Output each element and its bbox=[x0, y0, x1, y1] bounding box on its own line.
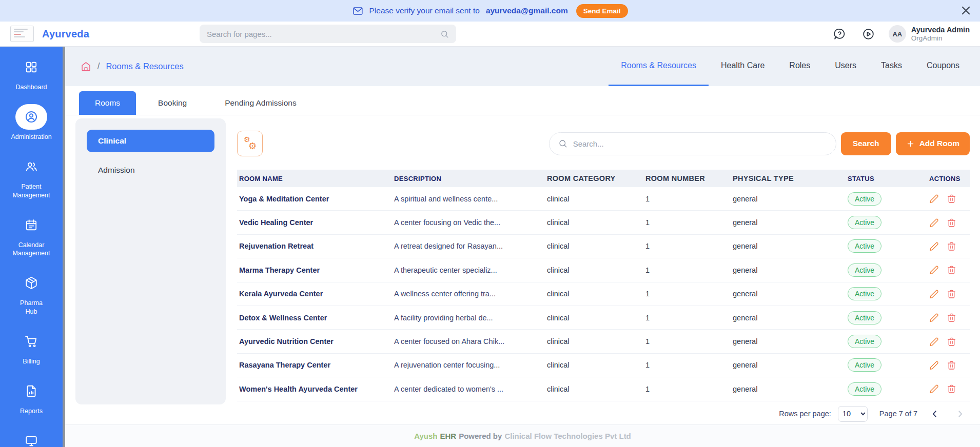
physical-type: general bbox=[733, 361, 848, 369]
subtab-pending-admissions[interactable]: Pending Admissions bbox=[209, 91, 312, 115]
room-number: 1 bbox=[645, 195, 733, 203]
status-badge: Active bbox=[848, 382, 881, 396]
sidebar-item-calendar-management[interactable]: Calendar Management bbox=[3, 212, 60, 258]
delete-button[interactable] bbox=[947, 265, 956, 275]
trash-icon bbox=[947, 241, 956, 251]
edit-button[interactable] bbox=[929, 337, 939, 347]
tab-roles[interactable]: Roles bbox=[777, 46, 822, 86]
tab-rooms-resources[interactable]: Rooms & Resources bbox=[609, 46, 709, 86]
edit-button[interactable] bbox=[929, 194, 939, 204]
rows-per-page-select[interactable]: 10 bbox=[838, 406, 868, 422]
pencil-icon bbox=[929, 241, 939, 251]
delete-button[interactable] bbox=[947, 360, 956, 370]
status-badge: Active bbox=[848, 358, 881, 372]
room-name: Rasayana Therapy Center bbox=[237, 361, 394, 369]
room-name: Kerala Ayurveda Center bbox=[237, 290, 394, 298]
edit-button[interactable] bbox=[929, 384, 939, 394]
physical-type: general bbox=[733, 385, 848, 393]
sidebar-item-monitor[interactable] bbox=[3, 428, 60, 447]
sidebar-item-administration[interactable]: Administration bbox=[3, 104, 60, 141]
tab-users[interactable]: Users bbox=[822, 46, 869, 86]
category-admission[interactable]: Admission bbox=[87, 159, 214, 181]
edit-button[interactable] bbox=[929, 360, 939, 370]
sub-tabs: RoomsBookingPending Admissions bbox=[65, 86, 980, 115]
room-category: clinical bbox=[547, 337, 645, 346]
sidebar-item-dashboard[interactable]: Dashboard bbox=[3, 54, 60, 92]
sidebar-item-label: Dashboard bbox=[15, 83, 47, 92]
delete-button[interactable] bbox=[947, 289, 956, 299]
tab-tasks[interactable]: Tasks bbox=[869, 46, 914, 86]
room-name: Detox & Wellness Center bbox=[237, 314, 394, 322]
edit-button[interactable] bbox=[929, 313, 939, 322]
close-icon[interactable] bbox=[960, 5, 972, 16]
room-description: A center focusing on Vedic the... bbox=[394, 218, 547, 227]
delete-button[interactable] bbox=[947, 241, 956, 251]
room-category: clinical bbox=[547, 266, 645, 274]
global-search[interactable] bbox=[200, 25, 456, 43]
breadcrumb-current[interactable]: Rooms & Resources bbox=[106, 62, 183, 71]
status-badge: Active bbox=[848, 216, 881, 229]
chevron-right-icon[interactable] bbox=[955, 409, 966, 419]
pencil-icon bbox=[929, 218, 939, 228]
room-category: clinical bbox=[547, 290, 645, 298]
chevron-left-icon[interactable] bbox=[929, 409, 940, 419]
send-email-button[interactable]: Send Email bbox=[576, 4, 628, 18]
edit-button[interactable] bbox=[929, 289, 939, 299]
column-header-physical-type: PHYSICAL TYPE bbox=[733, 174, 848, 182]
delete-button[interactable] bbox=[947, 384, 956, 394]
room-number: 1 bbox=[645, 314, 733, 322]
room-number: 1 bbox=[645, 385, 733, 393]
table-row: Rasayana Therapy CenterA rejuvenation ce… bbox=[237, 354, 970, 377]
tab-health-care[interactable]: Health Care bbox=[709, 46, 777, 86]
table-row: Vedic Healing CenterA center focusing on… bbox=[237, 211, 970, 234]
pagination: Rows per page: 10 Page 7 of 7 bbox=[237, 406, 970, 422]
sidebar-item-pharma-hub[interactable]: Pharma Hub bbox=[3, 270, 60, 316]
room-name: Vedic Healing Center bbox=[237, 218, 394, 227]
sidebar-item-billing[interactable]: Billing bbox=[3, 329, 60, 366]
table-row: Marma Therapy CenterA therapeutic center… bbox=[237, 258, 970, 282]
room-name: Marma Therapy Center bbox=[237, 266, 394, 274]
people-icon bbox=[25, 160, 38, 173]
category-clinical[interactable]: Clinical bbox=[87, 130, 214, 152]
play-icon[interactable] bbox=[862, 28, 875, 40]
edit-button[interactable] bbox=[929, 241, 939, 251]
sidebar-item-label: Patient Management bbox=[13, 182, 50, 200]
home-icon[interactable] bbox=[81, 61, 91, 72]
footer-company: Clinical Flow Technologies Pvt Ltd bbox=[504, 432, 631, 440]
delete-button[interactable] bbox=[947, 313, 956, 322]
room-settings-button[interactable]: ⚙ ⚙ bbox=[237, 131, 263, 156]
room-category: clinical bbox=[547, 242, 645, 250]
room-category: clinical bbox=[547, 314, 645, 322]
main-content: / Rooms & Resources Rooms & ResourcesHea… bbox=[65, 46, 980, 447]
table-search[interactable] bbox=[549, 132, 836, 155]
room-category: clinical bbox=[547, 218, 645, 227]
help-icon[interactable] bbox=[833, 28, 846, 40]
table-row: Rejuvenation RetreatA retreat designed f… bbox=[237, 235, 970, 258]
search-button[interactable]: Search bbox=[841, 132, 891, 155]
column-header-description: DESCRIPTION bbox=[394, 175, 547, 182]
sidebar-item-reports[interactable]: Reports bbox=[3, 378, 60, 416]
delete-button[interactable] bbox=[947, 337, 956, 347]
plus-icon bbox=[906, 139, 915, 148]
subtab-rooms[interactable]: Rooms bbox=[79, 91, 136, 115]
global-search-input[interactable] bbox=[207, 30, 440, 38]
pencil-icon bbox=[929, 194, 939, 204]
sidebar-item-patient-management[interactable]: Patient Management bbox=[3, 154, 60, 200]
user-block[interactable]: Ayurveda Admin OrgAdmin bbox=[911, 25, 970, 43]
search-icon bbox=[440, 30, 449, 38]
edit-button[interactable] bbox=[929, 218, 939, 228]
avatar[interactable]: AA bbox=[889, 25, 906, 43]
subtab-booking[interactable]: Booking bbox=[142, 91, 203, 115]
edit-button[interactable] bbox=[929, 265, 939, 275]
pencil-icon bbox=[929, 384, 939, 394]
status-badge: Active bbox=[848, 192, 881, 206]
trash-icon bbox=[947, 265, 956, 275]
sidebar-item-label: Calendar Management bbox=[13, 241, 50, 258]
page-indicator: Page 7 of 7 bbox=[879, 410, 917, 418]
table-search-input[interactable] bbox=[573, 139, 827, 148]
delete-button[interactable] bbox=[947, 194, 956, 204]
add-room-button[interactable]: Add Room bbox=[896, 132, 970, 155]
room-description: A center dedicated to women's ... bbox=[394, 385, 547, 393]
tab-coupons[interactable]: Coupons bbox=[914, 46, 972, 86]
delete-button[interactable] bbox=[947, 218, 956, 228]
